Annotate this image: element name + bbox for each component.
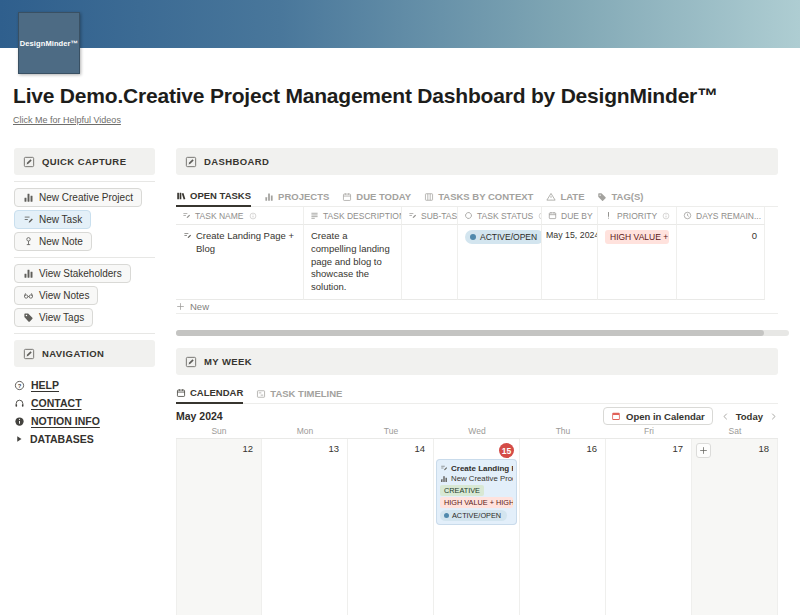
- event-context-row: CREATIVE: [440, 485, 513, 496]
- tab-open-tasks[interactable]: OPEN TASKS: [176, 190, 251, 207]
- plus-icon: [176, 302, 185, 311]
- sidebar-link-notion-info[interactable]: NOTION INFO: [14, 414, 155, 428]
- column-header-sub-tasks[interactable]: SUB-TAS...: [402, 207, 458, 225]
- date-number: 17: [672, 443, 683, 454]
- my-week-tabs: CALENDAR TASK TIMELINE: [176, 388, 778, 404]
- view-notes-button[interactable]: View Notes: [14, 286, 98, 305]
- calendar-month-label: May 2024: [176, 410, 223, 422]
- tab-due-today[interactable]: DUE TODAY: [342, 191, 411, 206]
- dashboard-tabs: OPEN TASKS PROJECTS DUE TODAY TASKS BY C…: [176, 191, 778, 207]
- helpful-videos-link[interactable]: Click Me for Helpful Videos: [13, 115, 121, 125]
- tab-tags[interactable]: TAG(S): [597, 191, 643, 206]
- add-new-row-button[interactable]: New: [176, 300, 778, 314]
- tab-projects[interactable]: PROJECTS: [264, 191, 329, 206]
- tab-label: TASK TIMELINE: [270, 388, 342, 399]
- calendar-icon: [548, 211, 557, 220]
- sidebar-link-contact[interactable]: CONTACT: [14, 396, 155, 410]
- timeline-icon: [256, 389, 266, 399]
- calendar-event-card[interactable]: Create Landing P... New Creative Product…: [436, 459, 517, 525]
- my-week-title: MY WEEK: [204, 356, 252, 367]
- column-header-priority[interactable]: PRIORITY: [598, 207, 677, 225]
- glasses-icon: [23, 290, 34, 301]
- page: DesignMinder™ Live Demo.Creative Project…: [0, 0, 800, 615]
- calendar-date-cell[interactable]: 12: [176, 439, 262, 615]
- calendar-grid: 12 13 14 15 Create Landing P... New Crea…: [176, 438, 778, 615]
- bar-chart-icon: [23, 268, 34, 279]
- scrollbar-thumb[interactable]: [176, 330, 764, 336]
- event-context-tag: CREATIVE: [440, 485, 484, 496]
- new-task-button[interactable]: New Task: [14, 210, 91, 229]
- button-label: View Notes: [39, 290, 89, 301]
- calendar-date-cell[interactable]: 13: [262, 439, 348, 615]
- today-button[interactable]: Today: [736, 411, 763, 422]
- open-in-calendar-button[interactable]: Open in Calendar: [603, 407, 713, 425]
- column-header-task-name[interactable]: TASK NAME: [176, 207, 304, 225]
- tab-label: LATE: [560, 191, 584, 202]
- cell-priority[interactable]: HIGH VALUE + HI...: [598, 225, 677, 300]
- view-stakeholders-button[interactable]: View Stakeholders: [14, 264, 131, 283]
- tab-late[interactable]: LATE: [546, 191, 584, 206]
- warning-icon: [546, 192, 556, 202]
- cell-task-description[interactable]: Create a compelling landing page and blo…: [304, 225, 402, 300]
- divider: [14, 257, 155, 258]
- calendar-date-cell[interactable]: 16: [520, 439, 606, 615]
- event-status-tag: ACTIVE/OPEN: [440, 510, 507, 521]
- column-header-task-description[interactable]: TASK DESCRIPTION: [304, 207, 402, 225]
- chevron-left-icon[interactable]: [721, 412, 730, 421]
- add-event-button[interactable]: [696, 443, 711, 458]
- cell-due-by[interactable]: May 15, 2024: [542, 225, 598, 300]
- column-header-task-status[interactable]: TASK STATUS: [458, 207, 542, 225]
- sidebar-link-help[interactable]: ? HELP: [14, 378, 155, 392]
- calendar-icon: [342, 192, 352, 202]
- date-number: 14: [414, 443, 425, 454]
- edit-icon: [23, 348, 35, 360]
- cell-days-remaining[interactable]: 0: [677, 225, 765, 300]
- tab-task-timeline[interactable]: TASK TIMELINE: [256, 388, 342, 403]
- column-label: DUE BY: [561, 211, 593, 221]
- quick-capture-header: QUICK CAPTURE: [14, 148, 155, 175]
- navigation-header: NAVIGATION: [14, 340, 155, 367]
- calendar-date-cell-today[interactable]: 15 Create Landing P... New Creative Prod…: [434, 439, 520, 615]
- navigation-title: NAVIGATION: [42, 348, 104, 359]
- databases-toggle[interactable]: DATABASES: [14, 432, 155, 446]
- new-note-button[interactable]: New Note: [14, 232, 92, 251]
- databases-label: DATABASES: [30, 433, 94, 445]
- horizontal-scrollbar[interactable]: [176, 330, 789, 336]
- column-header-due-by[interactable]: DUE BY: [542, 207, 598, 225]
- column-header-days-remaining[interactable]: DAYS REMAIN...: [677, 207, 765, 225]
- calendar-day-headers: Sun Mon Tue Wed Thu Fri Sat: [176, 426, 778, 438]
- tab-tasks-by-context[interactable]: TASKS BY CONTEXT: [424, 191, 533, 206]
- days-remaining-value: 0: [752, 230, 757, 241]
- exclamation-icon: [604, 211, 613, 220]
- priority-badge: HIGH VALUE + HI...: [605, 230, 669, 244]
- day-label: Wed: [434, 426, 520, 438]
- new-creative-project-button[interactable]: New Creative Project: [14, 188, 142, 207]
- cell-task-status[interactable]: ACTIVE/OPEN: [458, 225, 542, 300]
- info-icon: [14, 416, 25, 427]
- text-lines-icon: [310, 211, 319, 220]
- calendar-date-cell[interactable]: 14: [348, 439, 434, 615]
- divider: [14, 333, 155, 334]
- status-dot-icon: [470, 234, 476, 240]
- task-check-icon: [23, 214, 34, 225]
- event-priority-row: HIGH VALUE + HIGH URGE: [440, 497, 513, 508]
- button-label: View Tags: [39, 312, 84, 323]
- task-check-icon: [182, 211, 191, 220]
- cell-task-name[interactable]: Create Landing Page + Blog: [176, 225, 304, 300]
- view-tags-button[interactable]: View Tags: [14, 308, 93, 327]
- page-header: Live Demo.Creative Project Management Da…: [13, 84, 793, 127]
- tab-calendar[interactable]: CALENDAR: [176, 387, 243, 404]
- tab-label: TASKS BY CONTEXT: [438, 191, 533, 202]
- quick-capture-group-new: New Creative Project New Task New Note: [14, 188, 155, 251]
- day-label: Sun: [176, 426, 262, 438]
- calendar-date-cell[interactable]: 17: [606, 439, 692, 615]
- cell-sub-tasks[interactable]: [402, 225, 458, 300]
- column-label: PRIORITY: [617, 211, 657, 221]
- chevron-right-icon[interactable]: [769, 412, 778, 421]
- plus-icon: [699, 446, 708, 455]
- button-label: View Stakeholders: [39, 268, 122, 279]
- link-label: CONTACT: [31, 397, 82, 409]
- status-dot-icon: [444, 513, 449, 518]
- calendar-icon: [176, 388, 186, 398]
- calendar-date-cell[interactable]: 18: [692, 439, 778, 615]
